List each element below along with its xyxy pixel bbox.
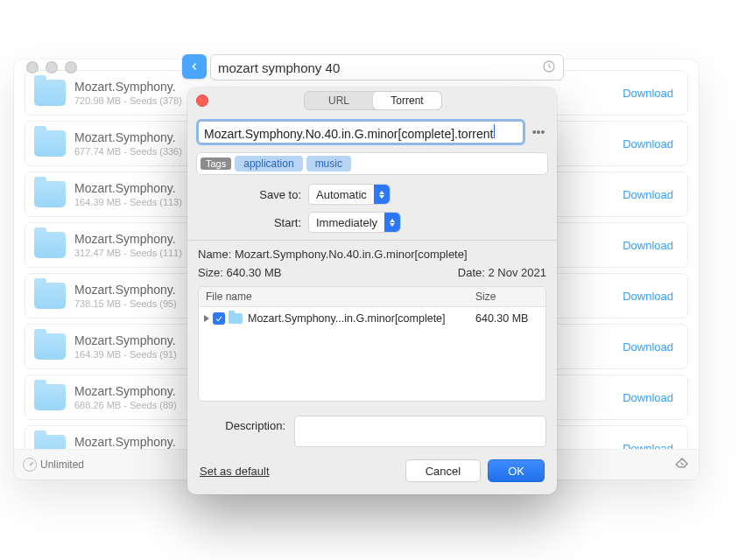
filename-text: Mozart.Symphony.No.40.in.G.minor[complet… xyxy=(204,124,495,141)
column-size[interactable]: Size xyxy=(475,290,545,303)
file-size-cell: 640.30 MB xyxy=(475,312,545,325)
tags-field[interactable]: Tags application music xyxy=(196,152,548,175)
folder-icon xyxy=(34,181,66,207)
description-input[interactable] xyxy=(294,416,546,447)
start-value: Immediately xyxy=(316,216,377,229)
table-header: File name Size xyxy=(199,287,545,307)
traffic-min-icon[interactable] xyxy=(46,61,58,74)
size-label: Size: xyxy=(198,266,223,279)
tab-torrent[interactable]: Torrent xyxy=(373,92,441,109)
download-link[interactable]: Download xyxy=(623,87,679,100)
folder-icon xyxy=(34,384,66,410)
download-link[interactable]: Download xyxy=(623,137,679,150)
traffic-max-icon[interactable] xyxy=(65,61,77,74)
download-link[interactable]: Download xyxy=(623,391,679,404)
file-list-table: File name Size Mozart.Symphony...in.G.mi… xyxy=(198,286,546,402)
date-value: 2 Nov 2021 xyxy=(489,266,547,279)
description-label: Description: xyxy=(198,416,285,447)
tab-url[interactable]: URL xyxy=(305,92,373,109)
download-link[interactable]: Download xyxy=(623,239,679,252)
folder-icon xyxy=(34,333,66,360)
folder-icon xyxy=(229,313,243,324)
file-name-cell: Mozart.Symphony...in.G.minor[complete] xyxy=(248,312,475,325)
dialog-titlebar: URL Torrent xyxy=(187,88,557,114)
chevron-right-icon[interactable] xyxy=(204,315,209,322)
chevron-updown-icon xyxy=(384,213,400,232)
filename-input[interactable]: Mozart.Symphony.No.40.in.G.minor[complet… xyxy=(196,119,525,145)
set-as-default-link[interactable]: Set as default xyxy=(200,465,270,478)
folder-icon xyxy=(34,232,66,258)
download-link[interactable]: Download xyxy=(623,188,679,201)
search-query-text: mozart symphony 40 xyxy=(218,60,340,75)
eraser-icon[interactable] xyxy=(674,456,690,474)
checkbox[interactable] xyxy=(213,312,225,325)
column-file-name[interactable]: File name xyxy=(199,290,475,303)
tag-chip[interactable]: application xyxy=(235,156,302,172)
folder-icon xyxy=(34,283,66,309)
save-to-label: Save to: xyxy=(196,188,308,201)
speedometer-icon xyxy=(23,458,37,472)
cancel-button[interactable]: Cancel xyxy=(405,459,481,482)
window-controls xyxy=(21,61,77,74)
ok-button[interactable]: OK xyxy=(488,459,545,482)
add-download-dialog: URL Torrent Mozart.Symphony.No.40.in.G.m… xyxy=(187,88,557,494)
name-value: Mozart.Symphony.No.40.in.G.minor[complet… xyxy=(235,248,468,261)
start-select[interactable]: Immediately xyxy=(308,212,401,233)
source-tabs: URL Torrent xyxy=(304,91,442,110)
more-options-button[interactable]: ••• xyxy=(529,125,548,139)
download-link[interactable]: Download xyxy=(623,290,679,303)
tags-label: Tags xyxy=(201,158,231,170)
search-input[interactable]: mozart symphony 40 xyxy=(210,54,564,80)
chevron-updown-icon xyxy=(374,185,390,204)
start-label: Start: xyxy=(196,216,308,229)
traffic-close-icon[interactable] xyxy=(26,61,39,74)
back-button[interactable] xyxy=(182,54,207,79)
chevron-left-icon xyxy=(188,60,201,73)
torrent-metadata: Name: Mozart.Symphony.No.40.in.G.minor[c… xyxy=(198,248,546,279)
date-label: Date: xyxy=(458,266,485,279)
tag-chip[interactable]: music xyxy=(306,156,351,172)
speed-label: Unlimited xyxy=(40,458,84,471)
table-row[interactable]: Mozart.Symphony...in.G.minor[complete] 6… xyxy=(199,307,545,330)
close-icon[interactable] xyxy=(196,94,208,107)
name-label: Name: xyxy=(198,248,231,261)
history-icon[interactable] xyxy=(542,60,556,76)
folder-icon xyxy=(34,130,66,157)
size-value: 640.30 MB xyxy=(227,266,282,279)
save-to-select[interactable]: Automatic xyxy=(308,184,391,205)
download-link[interactable]: Download xyxy=(623,340,679,354)
save-to-value: Automatic xyxy=(316,188,367,201)
